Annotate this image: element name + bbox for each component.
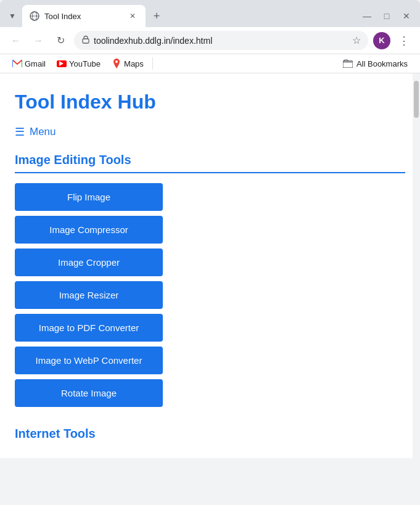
gmail-label: Gmail (25, 59, 46, 68)
profile-button[interactable]: K (373, 32, 390, 49)
section-image-editing-title: Image Editing Tools (15, 153, 405, 167)
page-content: Tool Index Hub ☰ Menu Image Editing Tool… (0, 73, 420, 458)
maps-favicon (112, 59, 121, 68)
image-to-webp-button[interactable]: Image to WebP Converter (15, 347, 163, 374)
rotate-image-button[interactable]: Rotate Image (15, 379, 163, 407)
reload-button[interactable]: ↻ (52, 32, 69, 49)
bookmark-gmail[interactable]: Gmail (7, 57, 51, 70)
menu-label: Menu (30, 126, 56, 138)
bookmark-star-icon[interactable]: ☆ (352, 35, 361, 46)
bookmarks-bar: Gmail YouTube Maps All Bookma (0, 54, 420, 73)
tab-title: Tool Index (44, 12, 122, 21)
url-text: toolindexhub.ddlg.in/index.html (94, 36, 348, 46)
svg-point-7 (115, 60, 118, 63)
active-tab[interactable]: Tool Index ✕ (22, 5, 146, 27)
tab-favicon (30, 11, 39, 21)
flip-image-button[interactable]: Flip Image (15, 183, 163, 211)
minimize-button[interactable]: — (358, 7, 376, 25)
scrollbar-thumb[interactable] (414, 81, 419, 118)
browser-menu-button[interactable]: ⋮ (395, 32, 413, 49)
window-controls: — □ ✕ (358, 7, 415, 25)
url-bar[interactable]: toolindexhub.ddlg.in/index.html ☆ (74, 31, 368, 50)
bookmarks-folder-icon (343, 59, 353, 68)
forward-button[interactable]: → (30, 32, 47, 49)
bookmark-maps[interactable]: Maps (107, 57, 149, 70)
section-internet-tools-title: Internet Tools (15, 427, 405, 441)
scrollbar[interactable] (413, 73, 420, 458)
image-compressor-button[interactable]: Image Compressor (15, 216, 163, 244)
gmail-favicon (12, 59, 22, 68)
image-to-pdf-button[interactable]: Image to PDF Converter (15, 314, 163, 342)
back-button[interactable]: ← (7, 32, 25, 49)
hamburger-icon: ☰ (15, 126, 25, 138)
image-resizer-button[interactable]: Image Resizer (15, 281, 163, 309)
image-editing-tools-grid: Flip Image Image Compressor Image Croppe… (15, 183, 405, 412)
image-cropper-button[interactable]: Image Cropper (15, 248, 163, 276)
address-bar: ← → ↻ toolindexhub.ddlg.in/index.html ☆ … (0, 27, 420, 54)
svg-rect-3 (83, 39, 89, 43)
new-tab-button[interactable]: + (148, 7, 165, 25)
youtube-label: YouTube (69, 59, 101, 68)
all-bookmarks-button[interactable]: All Bookmarks (338, 57, 413, 70)
youtube-favicon (57, 59, 67, 68)
maximize-button[interactable]: □ (378, 7, 395, 25)
section-image-editing: Image Editing Tools Flip Image Image Com… (15, 153, 405, 412)
bookmark-youtube[interactable]: YouTube (52, 57, 105, 70)
close-button[interactable]: ✕ (398, 7, 415, 25)
tab-dropdown-button[interactable]: ▼ (5, 9, 20, 23)
tab-close-button[interactable]: ✕ (127, 10, 138, 22)
browser-window: ▼ Tool Index ✕ + — □ ✕ ← → ↻ (0, 0, 420, 458)
page-title: Tool Index Hub (15, 91, 405, 113)
section-internet-tools: Internet Tools (15, 427, 405, 441)
tab-bar: ▼ Tool Index ✕ + — □ ✕ (0, 0, 420, 27)
maps-label: Maps (124, 59, 144, 68)
bookmarks-separator (152, 57, 153, 70)
menu-toggle[interactable]: ☰ Menu (15, 126, 405, 138)
secure-icon (81, 35, 90, 46)
section-image-editing-divider (15, 172, 405, 173)
all-bookmarks-label: All Bookmarks (356, 59, 408, 68)
